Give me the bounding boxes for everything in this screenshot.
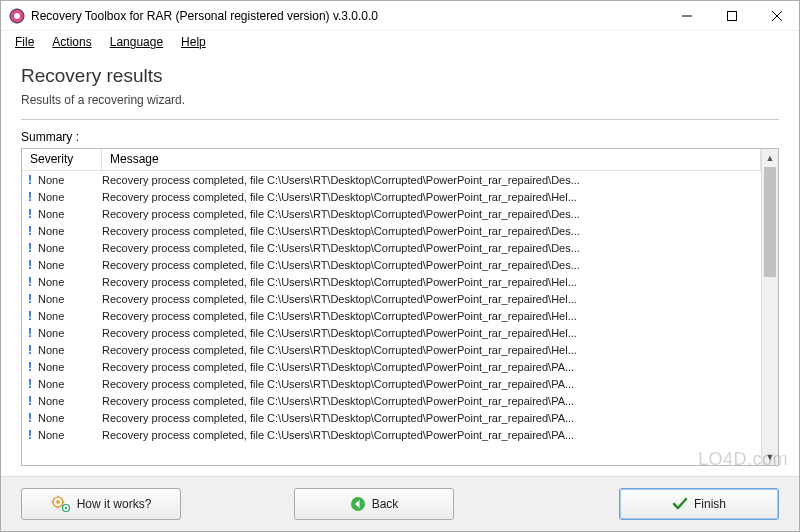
severity-text: None	[38, 361, 64, 373]
svg-point-1	[14, 13, 20, 19]
table-row[interactable]: !NoneRecovery process completed, file C:…	[22, 290, 761, 307]
divider	[21, 119, 779, 120]
severity-cell: !None	[22, 309, 102, 323]
severity-cell: !None	[22, 326, 102, 340]
message-cell: Recovery process completed, file C:\User…	[102, 361, 761, 373]
severity-text: None	[38, 310, 64, 322]
page-title: Recovery results	[21, 65, 779, 87]
table-row[interactable]: !NoneRecovery process completed, file C:…	[22, 239, 761, 256]
page-subtitle: Results of a recovering wizard.	[21, 93, 779, 107]
maximize-button[interactable]	[709, 1, 754, 30]
finish-button[interactable]: Finish	[619, 488, 779, 520]
table-row[interactable]: !NoneRecovery process completed, file C:…	[22, 375, 761, 392]
menu-language[interactable]: Language	[102, 33, 171, 51]
message-cell: Recovery process completed, file C:\User…	[102, 327, 761, 339]
message-cell: Recovery process completed, file C:\User…	[102, 174, 761, 186]
content-area: Recovery results Results of a recovering…	[1, 53, 799, 466]
severity-cell: !None	[22, 360, 102, 374]
severity-text: None	[38, 225, 64, 237]
severity-cell: !None	[22, 190, 102, 204]
message-cell: Recovery process completed, file C:\User…	[102, 242, 761, 254]
message-cell: Recovery process completed, file C:\User…	[102, 395, 761, 407]
minimize-button[interactable]	[664, 1, 709, 30]
severity-cell: !None	[22, 411, 102, 425]
gears-icon	[51, 495, 71, 513]
column-severity[interactable]: Severity	[22, 149, 102, 170]
table-row[interactable]: !NoneRecovery process completed, file C:…	[22, 392, 761, 409]
table-row[interactable]: !NoneRecovery process completed, file C:…	[22, 222, 761, 239]
app-icon	[9, 8, 25, 24]
window-frame: Recovery Toolbox for RAR (Personal regis…	[0, 0, 800, 532]
info-icon: !	[28, 411, 32, 425]
message-cell: Recovery process completed, file C:\User…	[102, 191, 761, 203]
severity-cell: !None	[22, 394, 102, 408]
message-cell: Recovery process completed, file C:\User…	[102, 344, 761, 356]
svg-rect-3	[727, 11, 736, 20]
info-icon: !	[28, 343, 32, 357]
table-row[interactable]: !NoneRecovery process completed, file C:…	[22, 426, 761, 443]
severity-text: None	[38, 293, 64, 305]
info-icon: !	[28, 292, 32, 306]
info-icon: !	[28, 377, 32, 391]
severity-cell: !None	[22, 377, 102, 391]
table-row[interactable]: !NoneRecovery process completed, file C:…	[22, 307, 761, 324]
table-row[interactable]: !NoneRecovery process completed, file C:…	[22, 171, 761, 188]
severity-text: None	[38, 242, 64, 254]
results-table: Severity Message !NoneRecovery process c…	[21, 148, 779, 466]
severity-text: None	[38, 429, 64, 441]
close-button[interactable]	[754, 1, 799, 30]
message-cell: Recovery process completed, file C:\User…	[102, 293, 761, 305]
severity-text: None	[38, 208, 64, 220]
table-row[interactable]: !NoneRecovery process completed, file C:…	[22, 205, 761, 222]
message-cell: Recovery process completed, file C:\User…	[102, 378, 761, 390]
info-icon: !	[28, 309, 32, 323]
button-bar: How it works? Back Finish	[1, 476, 799, 531]
table-row[interactable]: !NoneRecovery process completed, file C:…	[22, 324, 761, 341]
severity-text: None	[38, 327, 64, 339]
severity-text: None	[38, 378, 64, 390]
back-label: Back	[372, 497, 399, 511]
scroll-thumb[interactable]	[764, 167, 776, 277]
info-icon: !	[28, 207, 32, 221]
severity-cell: !None	[22, 343, 102, 357]
table-header: Severity Message	[22, 149, 761, 171]
info-icon: !	[28, 258, 32, 272]
how-it-works-button[interactable]: How it works?	[21, 488, 181, 520]
table-row[interactable]: !NoneRecovery process completed, file C:…	[22, 409, 761, 426]
message-cell: Recovery process completed, file C:\User…	[102, 429, 761, 441]
menu-actions[interactable]: Actions	[44, 33, 99, 51]
severity-text: None	[38, 276, 64, 288]
severity-text: None	[38, 191, 64, 203]
column-message[interactable]: Message	[102, 149, 761, 170]
severity-text: None	[38, 259, 64, 271]
severity-cell: !None	[22, 428, 102, 442]
table-row[interactable]: !NoneRecovery process completed, file C:…	[22, 341, 761, 358]
back-button[interactable]: Back	[294, 488, 454, 520]
info-icon: !	[28, 394, 32, 408]
message-cell: Recovery process completed, file C:\User…	[102, 310, 761, 322]
summary-label: Summary :	[21, 130, 779, 144]
info-icon: !	[28, 326, 32, 340]
vertical-scrollbar[interactable]: ▲ ▼	[761, 149, 778, 465]
scroll-up-arrow[interactable]: ▲	[762, 149, 778, 166]
message-cell: Recovery process completed, file C:\User…	[102, 208, 761, 220]
svg-point-13	[64, 507, 66, 509]
scroll-down-arrow[interactable]: ▼	[762, 448, 778, 465]
menu-file[interactable]: File	[7, 33, 42, 51]
table-row[interactable]: !NoneRecovery process completed, file C:…	[22, 273, 761, 290]
message-cell: Recovery process completed, file C:\User…	[102, 259, 761, 271]
table-row[interactable]: !NoneRecovery process completed, file C:…	[22, 358, 761, 375]
table-rows: !NoneRecovery process completed, file C:…	[22, 171, 761, 443]
info-icon: !	[28, 275, 32, 289]
back-arrow-icon	[350, 496, 366, 512]
how-it-works-label: How it works?	[77, 497, 152, 511]
finish-label: Finish	[694, 497, 726, 511]
message-cell: Recovery process completed, file C:\User…	[102, 276, 761, 288]
severity-cell: !None	[22, 275, 102, 289]
severity-cell: !None	[22, 292, 102, 306]
menu-help[interactable]: Help	[173, 33, 214, 51]
message-cell: Recovery process completed, file C:\User…	[102, 225, 761, 237]
titlebar[interactable]: Recovery Toolbox for RAR (Personal regis…	[1, 1, 799, 31]
table-row[interactable]: !NoneRecovery process completed, file C:…	[22, 188, 761, 205]
table-row[interactable]: !NoneRecovery process completed, file C:…	[22, 256, 761, 273]
